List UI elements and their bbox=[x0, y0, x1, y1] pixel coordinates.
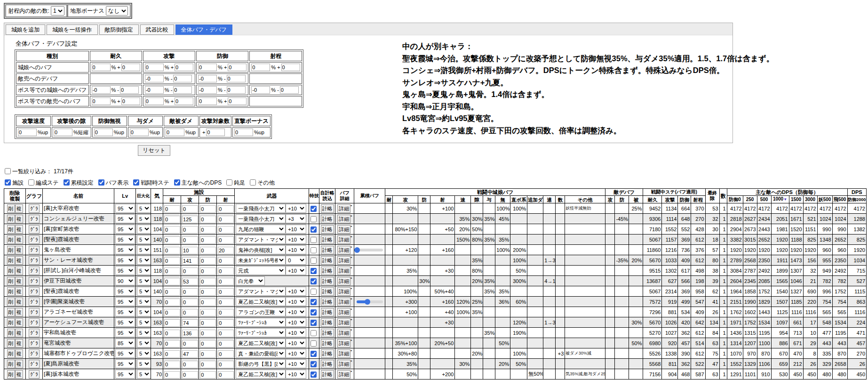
buff-flat-input[interactable] bbox=[175, 64, 193, 71]
buff-detail-button[interactable]: 詳細 bbox=[337, 256, 350, 265]
duplicate-row-button[interactable]: 複 bbox=[15, 215, 23, 223]
weapon-plus-select[interactable]: +10 bbox=[286, 328, 306, 337]
delete-row-button[interactable]: 削 bbox=[7, 267, 15, 275]
facility-input[interactable] bbox=[182, 319, 198, 327]
facility-input[interactable] bbox=[218, 299, 234, 306]
buff-detail-button[interactable]: 詳細 bbox=[337, 370, 350, 379]
filter-checkbox[interactable] bbox=[226, 179, 232, 186]
buff-pct-input[interactable] bbox=[251, 64, 270, 71]
buff-detail-button[interactable]: 詳細 bbox=[337, 329, 350, 337]
level-select[interactable]: 95 bbox=[115, 328, 135, 337]
buff-flat-input[interactable] bbox=[227, 75, 246, 82]
delete-row-button[interactable]: 削 bbox=[7, 225, 15, 234]
buff-flat-input[interactable] bbox=[173, 86, 192, 94]
facility-input[interactable] bbox=[164, 205, 180, 213]
strategy-button[interactable]: 計略 bbox=[321, 267, 334, 275]
delete-row-button[interactable]: 削 bbox=[7, 308, 15, 316]
facility-input[interactable] bbox=[182, 299, 198, 306]
weapon-select[interactable]: 白光拳 bbox=[236, 276, 265, 285]
giant-select[interactable]: 5 bbox=[137, 307, 151, 316]
duplicate-row-button[interactable]: 複 bbox=[15, 204, 23, 213]
skill-checkbox[interactable] bbox=[311, 237, 317, 243]
facility-input[interactable] bbox=[182, 288, 198, 296]
duplicate-row-button[interactable]: 複 bbox=[15, 370, 23, 379]
strategy-button[interactable]: 計略 bbox=[321, 339, 334, 348]
weapon-plus-select[interactable]: +10 bbox=[286, 307, 306, 316]
graph-button[interactable]: ｸﾞﾗ bbox=[29, 349, 40, 358]
skill-checkbox[interactable] bbox=[311, 299, 317, 305]
giant-select[interactable]: 5 bbox=[137, 256, 151, 265]
graph-button[interactable]: ｸﾞﾗ bbox=[29, 308, 40, 316]
facility-input[interactable] bbox=[164, 267, 180, 275]
filter-checkbox[interactable] bbox=[133, 179, 139, 186]
level-select[interactable]: 95 bbox=[115, 359, 135, 368]
facility-input[interactable] bbox=[218, 361, 234, 368]
level-select[interactable]: 95 bbox=[115, 245, 135, 254]
facility-input[interactable] bbox=[200, 319, 216, 327]
buff-flat-input[interactable] bbox=[121, 64, 140, 71]
buff-detail-button[interactable]: 詳細 bbox=[337, 298, 350, 306]
buff-detail-button[interactable]: 詳細 bbox=[337, 308, 350, 316]
buff-flat-input[interactable] bbox=[175, 97, 193, 105]
buff-pct-input[interactable] bbox=[92, 97, 111, 105]
graph-button[interactable]: ｸﾞﾗ bbox=[29, 256, 40, 265]
filter-checkbox[interactable] bbox=[98, 179, 104, 186]
delete-row-button[interactable]: 削 bbox=[7, 235, 15, 244]
level-select[interactable]: 95 bbox=[115, 225, 135, 234]
tab-2[interactable]: 城娘を一括操作 bbox=[47, 24, 97, 35]
facility-input[interactable] bbox=[200, 288, 216, 296]
sort-descending-icon[interactable]: ▼ bbox=[783, 197, 787, 202]
filter-item[interactable]: バフ表示 bbox=[98, 179, 129, 186]
duplicate-row-button[interactable]: 複 bbox=[15, 277, 23, 285]
duplicate-row-button[interactable]: 複 bbox=[15, 298, 23, 306]
facility-input[interactable] bbox=[218, 226, 234, 234]
speed-input[interactable] bbox=[206, 129, 225, 136]
stack-buff-slider[interactable] bbox=[357, 300, 383, 303]
strategy-button[interactable]: 計略 bbox=[321, 287, 334, 296]
duplicate-row-button[interactable]: 複 bbox=[15, 329, 23, 337]
duplicate-row-button[interactable]: 複 bbox=[15, 287, 23, 296]
weapon-select[interactable]: ﾂｧｰﾘ･ﾌﾟｰｼｭｶ bbox=[236, 328, 286, 337]
weapon-select[interactable]: 未来ｶﾞｼﾞｪｯﾄ5号機 bbox=[236, 256, 286, 265]
graph-button[interactable]: ｸﾞﾗ bbox=[29, 215, 40, 223]
buff-detail-button[interactable]: 詳細 bbox=[337, 215, 350, 223]
narrow-filter-label[interactable]: 一覧絞り込み： 17/17件 bbox=[5, 168, 73, 175]
delete-row-button[interactable]: 削 bbox=[7, 256, 15, 265]
facility-input[interactable] bbox=[182, 226, 198, 234]
giant-select[interactable]: 5 bbox=[137, 328, 151, 337]
strategy-button[interactable]: 計略 bbox=[321, 277, 334, 285]
level-select[interactable]: 95 bbox=[115, 235, 135, 244]
buff-pct-input[interactable] bbox=[145, 64, 164, 71]
graph-button[interactable]: ｸﾞﾗ bbox=[29, 298, 40, 306]
weapon-plus-select[interactable]: 0 bbox=[286, 256, 306, 265]
facility-input[interactable] bbox=[218, 319, 234, 327]
facility-input[interactable] bbox=[218, 216, 234, 223]
slider-thumb[interactable] bbox=[354, 247, 360, 253]
buff-pct-input[interactable] bbox=[251, 86, 270, 94]
filter-checkbox[interactable] bbox=[28, 179, 34, 186]
weapon-plus-select[interactable]: +10 bbox=[286, 349, 306, 358]
graph-button[interactable]: ｸﾞﾗ bbox=[29, 267, 40, 275]
buff-flat-input[interactable] bbox=[227, 86, 246, 94]
weapon-plus-select[interactable]: +10 bbox=[286, 245, 306, 254]
duplicate-row-button[interactable]: 複 bbox=[15, 349, 23, 358]
strategy-button[interactable]: 計略 bbox=[321, 246, 334, 254]
giant-select[interactable]: 5 bbox=[137, 266, 151, 275]
duplicate-row-button[interactable]: 複 bbox=[15, 308, 23, 316]
giant-select[interactable]: 5 bbox=[137, 318, 151, 327]
speed-input[interactable] bbox=[18, 129, 37, 136]
delete-row-button[interactable]: 削 bbox=[7, 370, 15, 379]
facility-input[interactable] bbox=[182, 361, 198, 368]
duplicate-row-button[interactable]: 複 bbox=[15, 267, 23, 275]
duplicate-row-button[interactable]: 複 bbox=[15, 246, 23, 254]
facility-input[interactable] bbox=[200, 340, 216, 348]
facility-input[interactable] bbox=[182, 330, 198, 337]
graph-button[interactable]: ｸﾞﾗ bbox=[29, 246, 40, 254]
weapon-select[interactable]: アラゴンの王鞭 bbox=[236, 307, 286, 316]
weapon-plus-select[interactable]: +3 bbox=[286, 214, 306, 223]
weapon-plus-select[interactable]: +10 bbox=[286, 235, 306, 244]
level-select[interactable]: 95 bbox=[115, 214, 135, 223]
filter-checkbox[interactable] bbox=[64, 179, 70, 186]
facility-input[interactable] bbox=[218, 330, 234, 337]
facility-input[interactable] bbox=[218, 257, 234, 265]
